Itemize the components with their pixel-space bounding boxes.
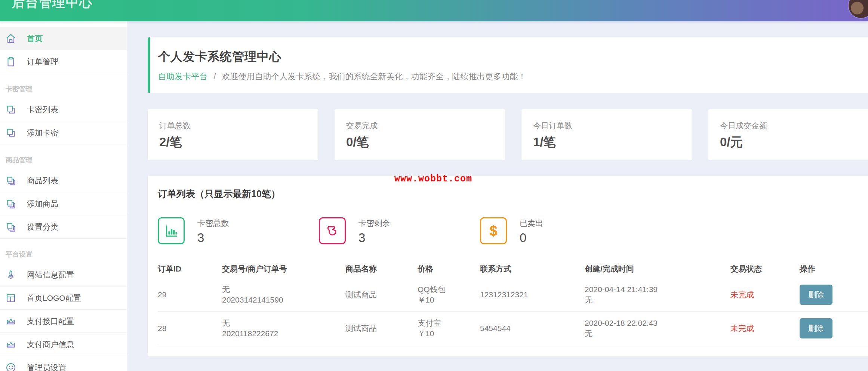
delete-button[interactable]: 删除 bbox=[800, 285, 832, 305]
sidebar-item-label: 网站信息配置 bbox=[27, 270, 74, 280]
sidebar-item-首页[interactable]: 首页 bbox=[0, 27, 127, 50]
welcome-message: 欢迎使用自助个人发卡系统，我们的系统全新美化，功能齐全，陆续推出更多功能！ bbox=[222, 72, 526, 81]
column-header: 创建/完成时间 bbox=[585, 264, 730, 274]
order-id-cell: 28 bbox=[158, 323, 222, 334]
layers-icon bbox=[5, 221, 16, 233]
contact-cell: 12312312321 bbox=[480, 289, 585, 300]
page-title: 个人发卡系统管理中心 bbox=[158, 49, 864, 65]
action-cell: 删除 bbox=[800, 285, 868, 305]
stat-card-value: 0/元 bbox=[720, 134, 868, 151]
sidebar-item-商品列表[interactable]: 商品列表 bbox=[0, 169, 127, 192]
time-cell: 2020-04-14 21:41:39无 bbox=[585, 284, 730, 305]
content-area: 个人发卡系统管理中心 自助发卡平台 / 欢迎使用自助个人发卡系统，我们的系统全新… bbox=[127, 21, 868, 371]
sidebar-item-首页LOGO配置[interactable]: 首页LOGO配置 bbox=[0, 286, 127, 310]
sidebar-item-支付商户信息[interactable]: 支付商户信息 bbox=[0, 333, 127, 356]
stat-card-value: 0/笔 bbox=[346, 134, 505, 151]
stat-card-label: 交易完成 bbox=[346, 120, 505, 131]
bar-chart-icon bbox=[158, 217, 185, 244]
sidebar-item-设置分类[interactable]: 设置分类 bbox=[0, 215, 127, 239]
orders-table: 订单ID交易号/商户订单号商品名称价格联系方式创建/完成时间交易状态操作 29 … bbox=[158, 260, 868, 345]
sidebar-item-label: 管理员设置 bbox=[27, 362, 66, 371]
main-layout: 首页 订单管理 卡密管理 卡密列表 添加卡密 商品管理 商品列表 添加商品 设置… bbox=[0, 21, 868, 371]
stat-card: 今日订单数 1/笔 bbox=[521, 109, 692, 160]
time-cell: 2020-02-18 22:02:43无 bbox=[585, 318, 730, 339]
sidebar-item-支付接口配置[interactable]: 支付接口配置 bbox=[0, 310, 127, 333]
sidebar-item-label: 订单管理 bbox=[27, 56, 58, 67]
column-header: 交易号/商户订单号 bbox=[222, 264, 345, 274]
sidebar-item-label: 首页 bbox=[27, 33, 43, 44]
column-header: 联系方式 bbox=[480, 264, 585, 274]
sidebar-item-label: 添加商品 bbox=[27, 199, 58, 209]
sidebar-item-label: 设置分类 bbox=[27, 222, 58, 232]
sidebar-item-管理员设置[interactable]: 管理员设置 bbox=[0, 356, 127, 371]
crown-icon bbox=[5, 316, 16, 327]
order-list-card: www.wobbt.com 订单列表（只显示最新10笔） 卡密总数 3 卡密剩余… bbox=[148, 176, 868, 356]
stat-card-label: 今日订单数 bbox=[533, 120, 692, 131]
welcome-card: 个人发卡系统管理中心 自助发卡平台 / 欢迎使用自助个人发卡系统，我们的系统全新… bbox=[148, 37, 868, 93]
platform-brand-link[interactable]: 自助发卡平台 bbox=[158, 72, 207, 81]
sidebar-item-label: 卡密列表 bbox=[27, 104, 58, 115]
stat-card-label: 订单总数 bbox=[159, 120, 318, 131]
welcome-subtitle: 自助发卡平台 / 欢迎使用自助个人发卡系统，我们的系统全新美化，功能齐全，陆续推… bbox=[158, 71, 864, 82]
user-avatar[interactable] bbox=[849, 0, 868, 18]
contact-cell: 5454544 bbox=[480, 323, 585, 334]
status-cell: 未完成 bbox=[730, 323, 800, 334]
sidebar-item-label: 添加卡密 bbox=[27, 128, 58, 138]
trade-no-cell: 无20203142141590 bbox=[222, 284, 345, 305]
stat-card-value: 1/笔 bbox=[533, 134, 692, 151]
stat-card-label: 今日成交金额 bbox=[720, 120, 868, 131]
table-row: 28 无2020118222672 测试商品 支付宝￥10 5454544 20… bbox=[158, 312, 868, 345]
stat-card: 订单总数 2/笔 bbox=[148, 109, 318, 160]
sidebar-item-卡密列表[interactable]: 卡密列表 bbox=[0, 98, 127, 121]
crown-icon bbox=[5, 339, 16, 350]
table-row: 29 无20203142141590 测试商品 QQ钱包￥10 12312312… bbox=[158, 278, 868, 312]
stat-card: 交易完成 0/笔 bbox=[335, 109, 505, 160]
product-name-cell: 测试商品 bbox=[345, 289, 418, 300]
dollar-icon: $ bbox=[480, 217, 507, 244]
column-header: 订单ID bbox=[158, 264, 222, 274]
watermark-text: www.wobbt.com bbox=[394, 174, 472, 184]
stat-cards-row: 订单总数 2/笔 交易完成 0/笔 今日订单数 1/笔 今日成交金额 0/元 bbox=[148, 109, 868, 160]
mini-stat-value: 3 bbox=[358, 231, 390, 245]
sidebar-section-label: 平台设置 bbox=[0, 239, 127, 263]
status-cell: 未完成 bbox=[730, 289, 800, 300]
sidebar-item-label: 支付商户信息 bbox=[27, 339, 74, 350]
mini-stat-label: 已卖出 bbox=[520, 218, 543, 229]
column-header: 交易状态 bbox=[730, 264, 800, 274]
mini-stat-value: 3 bbox=[197, 231, 229, 245]
stat-card: 今日成交金额 0/元 bbox=[708, 109, 868, 160]
delete-button[interactable]: 删除 bbox=[800, 318, 832, 338]
copy-icon bbox=[5, 127, 16, 138]
price-cell: QQ钱包￥10 bbox=[418, 284, 480, 305]
column-header: 价格 bbox=[418, 264, 480, 274]
mini-stat-label: 卡密剩余 bbox=[358, 218, 390, 229]
mini-stat-label: 卡密总数 bbox=[197, 218, 229, 229]
top-bar: 后台管理中心 bbox=[0, 0, 868, 21]
rocket-icon bbox=[5, 269, 16, 280]
subtitle-separator: / bbox=[213, 72, 216, 81]
sidebar-nav: 首页 订单管理 卡密管理 卡密列表 添加卡密 商品管理 商品列表 添加商品 设置… bbox=[0, 27, 127, 371]
stat-card-value: 2/笔 bbox=[159, 134, 318, 151]
sidebar-section-label: 卡密管理 bbox=[0, 73, 127, 98]
sidebar-item-添加卡密[interactable]: 添加卡密 bbox=[0, 121, 127, 144]
sidebar-item-网站信息配置[interactable]: 网站信息配置 bbox=[0, 263, 127, 286]
trade-no-cell: 无2020118222672 bbox=[222, 318, 345, 339]
home-icon bbox=[5, 33, 16, 44]
order-list-title: 订单列表（只显示最新10笔） bbox=[158, 188, 868, 200]
sidebar-item-添加商品[interactable]: 添加商品 bbox=[0, 192, 127, 215]
layout-icon bbox=[5, 292, 16, 304]
column-header: 商品名称 bbox=[345, 264, 418, 274]
copy-icon bbox=[5, 104, 16, 115]
mini-stat-value: 0 bbox=[520, 231, 543, 245]
sidebar-section-label: 商品管理 bbox=[0, 144, 127, 169]
layers-icon bbox=[5, 175, 16, 186]
sidebar-item-label: 支付接口配置 bbox=[27, 316, 74, 326]
sidebar-item-label: 商品列表 bbox=[27, 175, 58, 186]
mini-stats-row: 卡密总数 3 卡密剩余 3 $ 已卖出 0 bbox=[158, 217, 868, 245]
mini-stat: 卡密总数 3 bbox=[158, 217, 319, 245]
sidebar: 首页 订单管理 卡密管理 卡密列表 添加卡密 商品管理 商品列表 添加商品 设置… bbox=[0, 21, 127, 371]
action-cell: 删除 bbox=[800, 318, 868, 338]
smiley-icon bbox=[5, 362, 16, 371]
column-header: 操作 bbox=[800, 264, 868, 274]
sidebar-item-订单管理[interactable]: 订单管理 bbox=[0, 50, 127, 73]
